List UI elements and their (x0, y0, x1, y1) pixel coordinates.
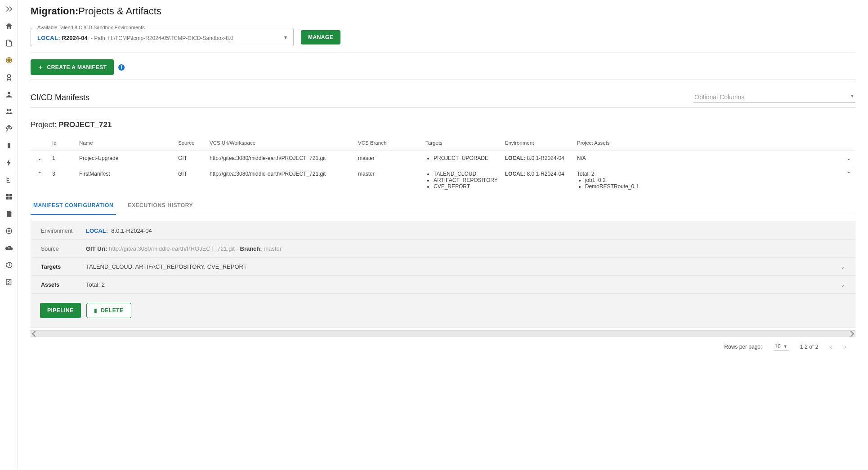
svg-rect-14 (6, 279, 11, 285)
svg-point-3 (8, 92, 10, 94)
environment-select[interactable]: Available Talend 8 CI/CD Sandbox Environ… (31, 28, 294, 46)
expand-row-icon[interactable]: ⌄ (31, 151, 49, 166)
detail-assets-label: Assets (41, 282, 86, 288)
rows-per-page-select[interactable]: 10 ▼ (774, 343, 788, 351)
svg-point-11 (6, 228, 12, 234)
manifest-detail-panel: Environment LOCAL: 8.0.1-R2024-04 Source… (31, 222, 855, 328)
collapse-row-icon[interactable]: ⌃ (31, 166, 49, 195)
divider (31, 53, 855, 53)
svg-rect-8 (9, 194, 11, 196)
col-name: Name (76, 136, 174, 151)
badge-icon[interactable] (4, 140, 14, 151)
table-row: ⌄ 1 Project-Upgrade GIT http://gitea:308… (31, 151, 855, 166)
checklist-icon[interactable] (4, 277, 14, 288)
tree-icon[interactable] (4, 174, 14, 185)
manifests-heading: CI/CD Manifests (31, 93, 89, 102)
plus-icon: ＋ (38, 63, 44, 71)
prev-page-button[interactable]: ‹ (830, 343, 832, 351)
file-save-icon[interactable] (4, 208, 14, 219)
manage-button[interactable]: MANAGE (301, 30, 340, 44)
pipeline-button[interactable]: PIPELINE (40, 303, 81, 318)
col-source: Source (174, 136, 206, 151)
expand-assets-icon[interactable]: ⌄ (841, 282, 845, 288)
page-range: 1-2 of 2 (800, 344, 819, 350)
horizontal-scrollbar[interactable] (31, 330, 855, 337)
divider (31, 107, 855, 108)
pagination: Rows per page: 10 ▼ 1-2 of 2 ‹ › (31, 337, 855, 353)
document-icon[interactable] (4, 38, 14, 49)
user-icon[interactable] (4, 89, 14, 100)
sidebar-expand-icon[interactable] (4, 4, 14, 14)
home-icon[interactable] (4, 21, 14, 31)
col-vcs-branch: VCS Branch (354, 136, 422, 151)
svg-point-12 (8, 230, 10, 232)
award-icon[interactable] (4, 72, 14, 83)
svg-rect-10 (9, 197, 11, 200)
svg-point-2 (7, 74, 11, 78)
sidebar (0, 0, 18, 470)
col-vcs-uri: VCS Uri/Workspace (206, 136, 354, 151)
delete-button[interactable]: ▮ DELETE (86, 303, 131, 318)
bolt-icon[interactable] (4, 157, 14, 168)
manifests-table: Id Name Source VCS Uri/Workspace VCS Bra… (31, 136, 855, 194)
cloud-upload-icon[interactable] (4, 243, 14, 253)
tools-icon[interactable] (4, 123, 14, 134)
create-manifest-button[interactable]: ＋ CREATE A MANIFEST (31, 59, 114, 75)
svg-rect-9 (6, 197, 9, 200)
svg-rect-6 (8, 143, 10, 148)
chevron-up-icon[interactable]: ⌃ (842, 166, 855, 195)
expand-targets-icon[interactable]: ⌄ (841, 264, 845, 270)
chevron-down-icon: ▼ (783, 344, 787, 349)
svg-point-4 (6, 109, 9, 111)
detail-targets-label: Targets (41, 264, 86, 270)
rows-per-page-label: Rows per page: (724, 344, 762, 350)
svg-point-1 (8, 59, 10, 62)
chevron-down-icon[interactable]: ⌄ (842, 151, 855, 166)
environment-select-legend: Available Talend 8 CI/CD Sandbox Environ… (36, 25, 147, 30)
history-icon[interactable] (4, 260, 14, 270)
users-icon[interactable] (4, 106, 14, 117)
detail-source-label: Source (41, 246, 86, 252)
optional-columns-select[interactable]: Optional Columns ▼ (694, 93, 855, 103)
detail-env-label: Environment (41, 228, 86, 234)
svg-rect-7 (6, 194, 9, 196)
col-assets: Project Assets (573, 136, 842, 151)
info-icon[interactable]: i (118, 64, 125, 71)
svg-point-5 (9, 109, 11, 111)
detail-tabs: MANIFEST CONFIGURATION EXECUTIONS HISTOR… (31, 197, 855, 215)
page-title: Migration:Projects & Artifacts (31, 5, 855, 17)
coin-icon[interactable] (4, 55, 14, 66)
tab-executions-history[interactable]: EXECUTIONS HISTORY (125, 197, 196, 215)
divider (31, 80, 855, 80)
project-heading: Project: PROJECT_721 (31, 120, 855, 129)
next-page-button[interactable]: › (844, 343, 846, 351)
chevron-down-icon: ▼ (850, 93, 855, 98)
col-targets: Targets (422, 136, 501, 151)
col-id: Id (49, 136, 76, 151)
target-icon[interactable] (4, 226, 14, 236)
tab-manifest-configuration[interactable]: MANIFEST CONFIGURATION (31, 197, 116, 215)
trash-icon: ▮ (94, 307, 98, 314)
grid-icon[interactable] (4, 191, 14, 202)
chevron-down-icon: ▼ (283, 35, 288, 40)
col-environment: Environment (501, 136, 573, 151)
table-row: ⌃ 3 FirstManifest GIT http://gitea:3080/… (31, 166, 855, 195)
